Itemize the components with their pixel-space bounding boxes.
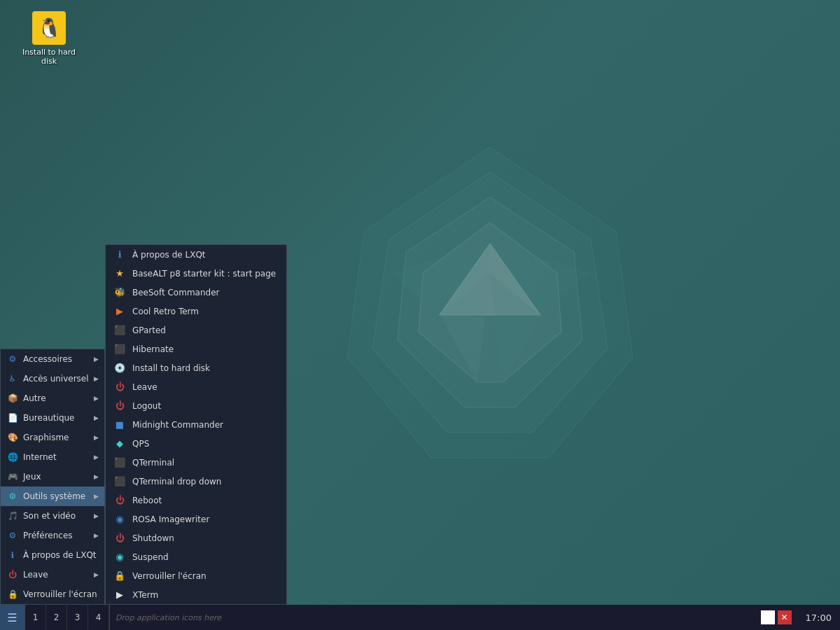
- taskbar: ☰ 1 2 3 4 Drop application icons here ✕ …: [0, 605, 840, 630]
- sub-a-propos-label: À propos de LXQt: [132, 250, 206, 260]
- jeux-icon: 🎮: [6, 470, 19, 483]
- bureautique-label: Bureautique: [23, 413, 94, 423]
- jeux-arrow: ▶: [94, 473, 99, 480]
- menu-item-son-video[interactable]: 🎵 Son et vidéo ▶: [1, 506, 104, 526]
- workspace-4[interactable]: 4: [88, 605, 109, 630]
- sub-hibernate-icon: ⬛: [113, 342, 127, 356]
- sub-install-label: Install to hard disk: [132, 363, 210, 373]
- submenu-install[interactable]: 💿 Install to hard disk: [106, 358, 286, 377]
- menu-item-acces-universel[interactable]: ♿ Accès universel ▶: [1, 369, 104, 388]
- sub-mc-label: Midnight Commander: [132, 420, 223, 430]
- submenu-verrouiller[interactable]: 🔒 Verrouiller l'écran: [106, 566, 286, 585]
- sub-basealt-label: BaseALT p8 starter kit : start page: [132, 269, 276, 279]
- menu-item-graphisme[interactable]: 🎨 Graphisme ▶: [1, 428, 104, 447]
- menu-item-preferences[interactable]: ⚙ Préférences ▶: [1, 526, 104, 545]
- sub-suspend-icon: ◉: [113, 550, 127, 564]
- sub-qterm-drop-icon: ⬛: [113, 475, 127, 489]
- sub-gparted-label: GParted: [132, 326, 166, 335]
- menu-item-internet[interactable]: 🌐 Internet ▶: [1, 447, 104, 467]
- sub-reboot-icon: ⏻: [113, 493, 127, 507]
- outils-arrow: ▶: [94, 493, 99, 500]
- sub-qterm-label: QTerminal: [132, 458, 174, 468]
- bureautique-icon: 📄: [6, 412, 19, 424]
- submenu-beesoft[interactable]: 🐝 BeeSoft Commander: [106, 283, 286, 302]
- desktop-icon-install[interactable]: 🐧 Install to hard disk: [21, 11, 77, 66]
- menu-item-a-propos[interactable]: ℹ À propos de LXQt: [1, 545, 104, 565]
- sub-rosa-icon: ◉: [113, 512, 127, 526]
- submenu-xterm[interactable]: ▶ XTerm: [106, 585, 286, 604]
- sub-xterm-icon: ▶: [113, 588, 127, 602]
- submenu-gparted[interactable]: ⬛ GParted: [106, 321, 286, 340]
- taskbar-square-icon[interactable]: [761, 610, 775, 624]
- sub-a-propos-icon: ℹ: [113, 248, 127, 262]
- leave-arrow: ▶: [94, 571, 99, 578]
- leave-label: Leave: [23, 570, 94, 580]
- submenu-reboot[interactable]: ⏻ Reboot: [106, 491, 286, 510]
- acces-label: Accès universel: [23, 374, 94, 384]
- jeux-label: Jeux: [23, 472, 94, 482]
- acces-icon: ♿: [6, 372, 19, 385]
- preferences-icon: ⚙: [6, 529, 19, 542]
- submenu-outils: ℹ À propos de LXQt ★ BaseALT p8 starter …: [105, 244, 287, 605]
- submenu-basealt[interactable]: ★ BaseALT p8 starter kit : start page: [106, 264, 286, 283]
- internet-label: Internet: [23, 452, 94, 462]
- start-button[interactable]: ☰: [0, 605, 25, 630]
- menu-item-accessoires[interactable]: ⚙ Accessoires ▶: [1, 349, 104, 369]
- son-label: Son et vidéo: [23, 511, 94, 521]
- menu-item-verrouiller[interactable]: 🔒 Verrouiller l'écran: [1, 584, 104, 604]
- bureautique-arrow: ▶: [94, 414, 99, 421]
- submenu-leave[interactable]: ⏻ Leave: [106, 377, 286, 396]
- workspace-2[interactable]: 2: [46, 605, 67, 630]
- accessoires-label: Accessoires: [23, 354, 94, 364]
- submenu-qterminal-dropdown[interactable]: ⬛ QTerminal drop down: [106, 472, 286, 491]
- graphisme-arrow: ▶: [94, 434, 99, 441]
- workspace-1[interactable]: 1: [25, 605, 46, 630]
- workspace-switcher: 1 2 3 4: [25, 605, 110, 630]
- submenu-shutdown[interactable]: ⏻ Shutdown: [106, 528, 286, 547]
- autre-arrow: ▶: [94, 395, 99, 402]
- submenu-a-propos-lxqt[interactable]: ℹ À propos de LXQt: [106, 245, 286, 264]
- polygon-art: [280, 105, 700, 525]
- submenu-qps[interactable]: ◆ QPS: [106, 434, 286, 453]
- submenu-cool-retro-term[interactable]: ▶ Cool Retro Term: [106, 302, 286, 321]
- submenu-midnight-commander[interactable]: ■ Midnight Commander: [106, 415, 286, 434]
- verrou-label: Verrouiller l'écran: [23, 589, 99, 599]
- sub-crt-icon: ▶: [113, 304, 127, 318]
- a-propos-icon: ℹ: [6, 549, 19, 561]
- submenu-logout[interactable]: ⏻ Logout: [106, 396, 286, 415]
- sub-qps-icon: ◆: [113, 437, 127, 451]
- sub-leave-label: Leave: [132, 382, 158, 392]
- menu-item-autre[interactable]: 📦 Autre ▶: [1, 388, 104, 408]
- sub-xterm-label: XTerm: [132, 590, 158, 600]
- outils-icon: ⚙: [6, 490, 19, 503]
- submenu-rosa[interactable]: ◉ ROSA Imagewriter: [106, 510, 286, 528]
- preferences-arrow: ▶: [94, 532, 99, 539]
- menu-item-jeux[interactable]: 🎮 Jeux ▶: [1, 467, 104, 486]
- menu-item-bureautique[interactable]: 📄 Bureautique ▶: [1, 408, 104, 428]
- verrou-icon: 🔒: [6, 588, 19, 601]
- taskbar-drop-zone: Drop application icons here: [110, 605, 761, 630]
- a-propos-label: À propos de LXQt: [23, 550, 99, 560]
- sub-hibernate-label: Hibernate: [132, 344, 174, 354]
- desktop: 🐧 Install to hard disk ⚙ Accessoires ▶ ♿…: [0, 0, 840, 630]
- sub-verrou-icon: 🔒: [113, 569, 127, 583]
- taskbar-time: 17:00: [797, 612, 840, 623]
- sub-qterm-drop-label: QTerminal drop down: [132, 477, 221, 486]
- sub-gparted-icon: ⬛: [113, 323, 127, 337]
- outils-label: Outils système: [23, 491, 94, 501]
- menu-item-leave[interactable]: ⏻ Leave ▶: [1, 565, 104, 584]
- submenu-suspend[interactable]: ◉ Suspend: [106, 547, 286, 566]
- sub-rosa-label: ROSA Imagewriter: [132, 514, 209, 524]
- taskbar-close-icon[interactable]: ✕: [778, 610, 792, 624]
- sub-beesoft-label: BeeSoft Commander: [132, 288, 219, 298]
- internet-arrow: ▶: [94, 454, 99, 461]
- start-icon: ☰: [7, 611, 17, 624]
- sub-shutdown-icon: ⏻: [113, 531, 127, 545]
- menu-item-outils-systeme[interactable]: ⚙ Outils système ▶: [1, 486, 104, 506]
- sub-logout-icon: ⏻: [113, 399, 127, 413]
- workspace-3[interactable]: 3: [67, 605, 88, 630]
- submenu-hibernate[interactable]: ⬛ Hibernate: [106, 340, 286, 358]
- drop-label: Drop application icons here: [115, 613, 221, 622]
- sub-mc-icon: ■: [113, 418, 127, 432]
- submenu-qterminal[interactable]: ⬛ QTerminal: [106, 453, 286, 472]
